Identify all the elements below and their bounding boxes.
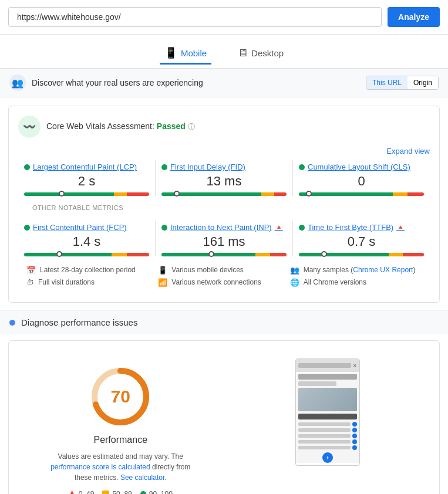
- diagnose-title: Diagnose performance issues: [21, 317, 137, 327]
- perf-note-text1: Values are estimated and may vary. The: [58, 452, 183, 461]
- cls-label[interactable]: Cumulative Layout Shift (CLS): [299, 163, 424, 171]
- ttfb-label[interactable]: Time to First Byte (TTFB) 🔺: [299, 223, 424, 232]
- footer-network-text: Various network connections: [171, 278, 261, 286]
- cls-bar: [299, 192, 424, 196]
- footer-devices-text: Various mobile devices: [171, 266, 244, 274]
- url-bar: Analyze: [0, 0, 448, 35]
- cwv-metrics: Largest Contentful Paint (LCP) 2 s First…: [18, 160, 430, 196]
- legend-red-range: 0–49: [79, 490, 95, 494]
- footer-item-duration: ⏱ Full visit durations: [26, 278, 158, 287]
- cwv-header: 〰️ Core Web Vitals Assessment: Passed ⓘ: [18, 116, 430, 138]
- cwv-metric-fid: First Input Delay (FID) 13 ms: [156, 160, 293, 196]
- cls-dot: [299, 164, 305, 170]
- fid-bar: [161, 192, 287, 196]
- users-icon: 👥: [290, 266, 299, 275]
- calculator-link[interactable]: See calculator.: [120, 473, 167, 482]
- fid-label-text: First Input Delay (FID): [170, 163, 245, 171]
- perf-left: 70 Performance Values are estimated and …: [17, 353, 224, 494]
- ttfb-info-icon: 🔺: [396, 224, 405, 231]
- inp-bar: [161, 253, 287, 256]
- ttfb-bar: [299, 253, 424, 256]
- legend-orange-range: 50–89: [112, 490, 132, 494]
- lcp-label[interactable]: Largest Contentful Paint (LCP): [24, 163, 149, 171]
- orange-square-icon: [102, 490, 109, 494]
- diagnose-bar: Diagnose performance issues: [0, 310, 448, 334]
- real-users-bar: 👥 Discover what your real users are expe…: [0, 68, 448, 97]
- footer-item-chrome: 🌐 All Chrome versions: [290, 278, 422, 287]
- cwv-section: 〰️ Core Web Vitals Assessment: Passed ⓘ …: [8, 106, 440, 303]
- performance-score-value: 70: [111, 388, 130, 405]
- tab-mobile[interactable]: 📱 Mobile: [160, 43, 211, 65]
- score-legend: 0–49 50–89 90–100: [69, 490, 173, 494]
- tab-desktop-label: Desktop: [251, 48, 284, 58]
- origin-button[interactable]: Origin: [407, 76, 438, 89]
- cwv-status: Passed: [157, 121, 186, 131]
- lcp-bar: [24, 192, 149, 196]
- analyze-button[interactable]: Analyze: [388, 7, 440, 27]
- expand-view-link[interactable]: Expand view: [386, 147, 430, 155]
- this-url-button[interactable]: This URL: [366, 76, 407, 89]
- globe-icon: 🌐: [290, 278, 299, 287]
- ttfb-label-text: Time to First Byte (TTFB): [308, 223, 393, 232]
- lcp-value: 2 s: [24, 174, 149, 189]
- chrome-ux-link[interactable]: Chrome UX Report: [353, 266, 413, 274]
- fcp-label[interactable]: First Contentful Paint (FCP): [24, 223, 149, 232]
- cwv-help-icon[interactable]: ⓘ: [188, 123, 195, 131]
- lcp-dot: [24, 164, 30, 170]
- fcp-label-text: First Contentful Paint (FCP): [33, 223, 127, 232]
- url-input[interactable]: [8, 7, 382, 27]
- ttfb-value: 0.7 s: [299, 234, 424, 249]
- metric-ttfb: Time to First Byte (TTFB) 🔺 0.7 s: [293, 221, 430, 256]
- calendar-icon: 📅: [26, 266, 36, 275]
- fcp-bar: [24, 253, 149, 256]
- inp-label[interactable]: Interaction to Next Paint (INP) 🔺: [161, 223, 287, 232]
- perf-right: ✕ +: [224, 353, 432, 494]
- footer-info: 📅 Latest 28-day collection period ⏱ Full…: [18, 259, 430, 293]
- footer-item-devices: 📱 Various mobile devices: [158, 266, 289, 275]
- device-tabs: 📱 Mobile 🖥 Desktop: [0, 35, 448, 68]
- tab-desktop[interactable]: 🖥 Desktop: [233, 43, 288, 65]
- signal-icon: 📶: [158, 278, 167, 287]
- footer-period-text: Latest 28-day collection period: [40, 266, 136, 274]
- fid-dot: [161, 164, 167, 170]
- real-users-text: Discover what your real users are experi…: [32, 78, 203, 87]
- fcp-dot: [24, 225, 30, 231]
- cwv-title: Core Web Vitals Assessment: Passed ⓘ: [46, 121, 195, 132]
- inp-info-icon: 🔺: [275, 224, 283, 231]
- inp-value: 161 ms: [161, 234, 287, 249]
- legend-item-green: 90–100: [140, 490, 173, 494]
- fcp-value: 1.4 s: [24, 234, 149, 249]
- perf-score-link[interactable]: performance score is calculated: [50, 463, 150, 471]
- tab-mobile-label: Mobile: [181, 48, 207, 58]
- cwv-title-text: Core Web Vitals Assessment:: [46, 121, 154, 131]
- ttfb-dot: [299, 225, 305, 231]
- other-metrics-grid: First Contentful Paint (FCP) 1.4 s Inter…: [18, 215, 430, 259]
- inp-dot: [161, 225, 167, 231]
- diagnose-dot: [9, 320, 15, 326]
- inp-label-text: Interaction to Next Paint (INP): [170, 223, 272, 232]
- footer-samples-text: Many samples (Chrome UX Report): [304, 266, 416, 274]
- cwv-icon: 〰️: [18, 116, 41, 138]
- desktop-icon: 🖥: [237, 47, 248, 59]
- legend-green-range: 90–100: [149, 490, 173, 494]
- timer-icon: ⏱: [26, 278, 34, 287]
- fid-label[interactable]: First Input Delay (FID): [161, 163, 287, 171]
- cwv-metric-lcp: Largest Contentful Paint (LCP) 2 s: [18, 160, 156, 196]
- screenshot-header: ✕: [296, 359, 359, 372]
- footer-col-1: 📅 Latest 28-day collection period ⏱ Full…: [26, 266, 158, 287]
- phone-icon: 📱: [158, 266, 167, 275]
- url-origin-toggle[interactable]: This URL Origin: [366, 76, 439, 90]
- real-users-left: 👥 Discover what your real users are expe…: [9, 75, 203, 91]
- cwv-metric-cls: Cumulative Layout Shift (CLS) 0: [293, 160, 430, 196]
- footer-item-samples: 👥 Many samples (Chrome UX Report): [290, 266, 422, 275]
- legend-item-red: 0–49: [69, 490, 95, 494]
- cls-label-text: Cumulative Layout Shift (CLS): [308, 163, 410, 171]
- mobile-icon: 📱: [164, 46, 177, 59]
- footer-chrome-text: All Chrome versions: [304, 278, 366, 286]
- performance-note: Values are estimated and may vary. The p…: [44, 451, 197, 483]
- metric-fcp: First Contentful Paint (FCP) 1.4 s: [18, 221, 156, 256]
- performance-label: Performance: [93, 435, 147, 445]
- green-circle-icon: [140, 491, 146, 494]
- footer-item-period: 📅 Latest 28-day collection period: [26, 266, 158, 275]
- footer-col-3: 👥 Many samples (Chrome UX Report) 🌐 All …: [290, 266, 422, 287]
